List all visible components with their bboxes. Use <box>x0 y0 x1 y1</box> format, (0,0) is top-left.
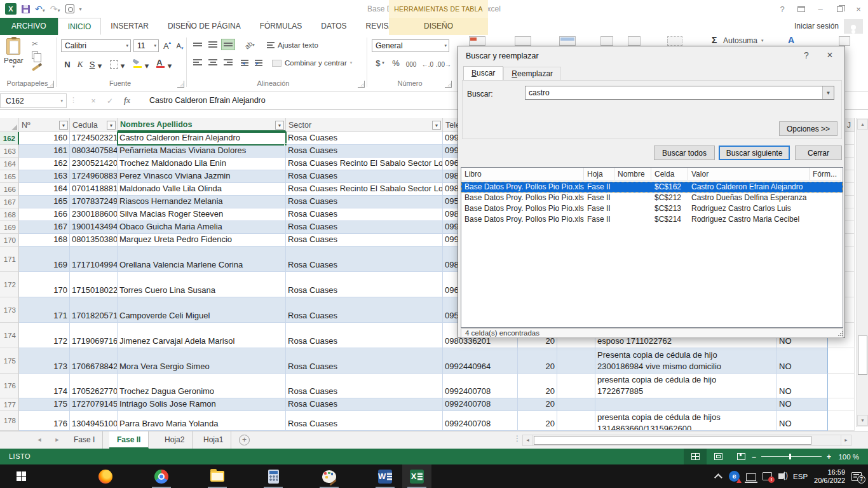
wrap-text-button[interactable]: Ajustar texto <box>267 39 343 51</box>
minimize-button[interactable]: – <box>811 0 830 18</box>
tray-expand-icon[interactable] <box>714 473 722 482</box>
cell-sector-172[interactable]: Rosa Cuases <box>286 272 443 297</box>
start-button[interactable] <box>6 464 36 488</box>
enter-icon[interactable]: ✓ <box>102 93 118 108</box>
dialog-tab-reemplazar[interactable]: Reemplazar <box>503 67 561 81</box>
row-header-169[interactable]: 169 <box>0 221 19 234</box>
cell-n-178[interactable]: 176 <box>19 411 70 431</box>
result-row-1[interactable]: Base Datos Proy. Pollos Pio Pio.xlsxFase… <box>461 182 843 193</box>
find-select-icon[interactable] <box>839 36 850 46</box>
row-header-177[interactable]: 177 <box>0 398 19 411</box>
format-width-icon[interactable] <box>667 36 682 46</box>
font-color-button[interactable]: A <box>154 57 165 69</box>
cell-nombres-169[interactable]: Obaco Guicha Maria Amelia <box>118 221 286 234</box>
align-bottom-button[interactable] <box>221 39 235 50</box>
cell-sector-174[interactable]: Rosa Cuases <box>286 323 443 348</box>
cell-sector-178[interactable]: Rosa Cuases <box>286 411 443 431</box>
ribbon-tab-dise-o[interactable]: DISEÑO <box>389 18 488 35</box>
result-row-3[interactable]: Base Datos Proy. Pollos Pio Pio.xlsxFase… <box>461 203 843 214</box>
sheet-tab-fase-i[interactable]: Fase I <box>66 431 103 449</box>
cell-nombres-176[interactable]: Trochez Dagua Geronimo <box>118 374 286 398</box>
font-color-dropdown[interactable]: ▾ <box>166 59 173 72</box>
cell-sector-173[interactable]: Rosa Cuases <box>286 297 443 323</box>
page-layout-view-button[interactable] <box>707 449 729 464</box>
cell-sector-171[interactable]: Rosa Cuases <box>286 247 443 272</box>
cell-n-162[interactable]: 160 <box>19 132 70 145</box>
cell-telefono-176[interactable]: 0992400708 <box>443 374 518 398</box>
ribbon-tab-dise-o-de-p-gina[interactable]: DISEÑO DE PÁGINA <box>158 18 250 35</box>
column-header-n-filter-icon[interactable]: ▼ <box>59 121 68 130</box>
sort-filter-icon[interactable]: A <box>788 35 794 45</box>
cell-cedula-175[interactable]: 1706678842 <box>70 348 118 374</box>
number-format-combo[interactable]: General▾ <box>372 39 449 52</box>
cell-sector-163[interactable]: Rosa Cuases <box>286 145 443 158</box>
italic-button[interactable]: K <box>75 58 85 71</box>
cell-sector-170[interactable]: Rosa Cuases <box>286 234 443 247</box>
ribbon-display-button[interactable] <box>792 0 811 18</box>
alignment-dialog-launcher[interactable] <box>358 81 365 88</box>
formula-content[interactable]: Castro Calderon Efrain Alejandro <box>149 92 266 109</box>
cell-n-168[interactable]: 166 <box>19 208 70 221</box>
cell-n-177[interactable]: 175 <box>19 398 70 411</box>
accounting-format-button[interactable]: $▾ <box>372 57 388 69</box>
decrease-indent-button[interactable]: ◂ <box>240 57 252 69</box>
underline-button[interactable]: S <box>88 58 97 71</box>
insert-function-icon[interactable]: fx <box>119 93 135 108</box>
format-painter-button[interactable] <box>32 63 44 73</box>
cell-n-176[interactable]: 174 <box>19 374 70 398</box>
scroll-right-icon[interactable]: ► <box>841 435 851 445</box>
cell-resp-175[interactable]: NO <box>777 348 828 374</box>
cell-cedula-171[interactable]: 1717104994 <box>70 247 118 272</box>
vertical-scrollbar[interactable]: ▲ ▼ <box>856 118 868 427</box>
sheet-tab-fase-ii[interactable]: Fase II <box>109 431 149 449</box>
cell-nombres-171[interactable]: Orellana Valencia Marlene Corina <box>118 247 286 272</box>
cell-obs-177[interactable] <box>595 398 777 411</box>
cell-colg-175[interactable] <box>557 348 595 374</box>
cell-resp-176[interactable]: NO <box>777 374 828 398</box>
cell-cedula-165[interactable]: 1724960883 <box>70 170 118 183</box>
taskbar-chrome[interactable] <box>147 464 176 488</box>
cell-cedula-166[interactable]: 0701418881 <box>70 183 118 196</box>
column-header-sector-filter-icon[interactable]: ▼ <box>432 121 441 130</box>
font-dialog-launcher[interactable] <box>177 81 184 88</box>
cell-colg-178[interactable] <box>557 411 595 431</box>
close-dialog-button[interactable]: Cerrar <box>795 146 842 160</box>
resize-grip[interactable] <box>838 331 843 336</box>
dialog-close-icon[interactable]: × <box>820 46 839 64</box>
horizontal-scroll-thumb[interactable] <box>534 436 811 445</box>
increase-indent-button[interactable]: ▸ <box>254 57 266 69</box>
cell-nombres-174[interactable]: Jimenez Carvajal Adela Marisol <box>118 323 286 348</box>
ribbon-tab-archivo[interactable]: ARCHIVO <box>0 18 58 35</box>
select-all-corner[interactable] <box>0 118 19 132</box>
cell-n-164[interactable]: 162 <box>19 158 70 170</box>
cell-nombres-177[interactable]: Intriago Solis Jose Ramon <box>118 398 286 411</box>
cell-colg-176[interactable] <box>557 374 595 398</box>
borders-dropdown[interactable]: ▾ <box>119 59 126 72</box>
cell-styles-icon[interactable] <box>559 36 576 46</box>
cell-obs-176[interactable]: presenta copia de cédula de hijo17226778… <box>595 374 777 398</box>
row-header-165[interactable]: 165 <box>0 170 19 183</box>
cell-sector-165[interactable]: Rosa Cuases <box>286 170 443 183</box>
ribbon-tab-insertar[interactable]: INSERTAR <box>101 18 158 35</box>
cell-cedula-176[interactable]: 1705262770 <box>70 374 118 398</box>
cell-n-163[interactable]: 161 <box>19 145 70 158</box>
sheet-nav-right-icon[interactable]: ► <box>50 431 65 449</box>
cut-button[interactable]: ✂ <box>32 39 44 49</box>
cell-sector-175[interactable]: Rosa Cuases <box>286 348 443 374</box>
find-next-button[interactable]: Buscar siguiente <box>719 146 790 160</box>
shrink-font-button[interactable]: A▾ <box>174 39 186 52</box>
cell-colj-178[interactable] <box>828 411 855 431</box>
cell-cedula-170[interactable]: 0801350380 <box>70 234 118 247</box>
zoom-slider-handle[interactable] <box>789 454 791 459</box>
row-header-173[interactable]: 173 <box>0 297 19 323</box>
cell-sector-167[interactable]: Rosa Cuases <box>286 196 443 208</box>
sign-in-link[interactable]: Iniciar sesión <box>794 18 839 35</box>
cell-n-166[interactable]: 164 <box>19 183 70 196</box>
orientation-button[interactable]: ab▾ <box>241 39 258 51</box>
find-input[interactable] <box>526 86 822 99</box>
cell-resp-177[interactable]: NO <box>777 398 828 411</box>
sheet-nav-left-icon[interactable]: ◄ <box>32 431 47 449</box>
find-combo[interactable]: ▼ <box>525 86 834 100</box>
cell-sector-169[interactable]: Rosa Cuases <box>286 221 443 234</box>
cell-nombres-170[interactable]: Marquez Ureta Pedro Fidencio <box>118 234 286 247</box>
